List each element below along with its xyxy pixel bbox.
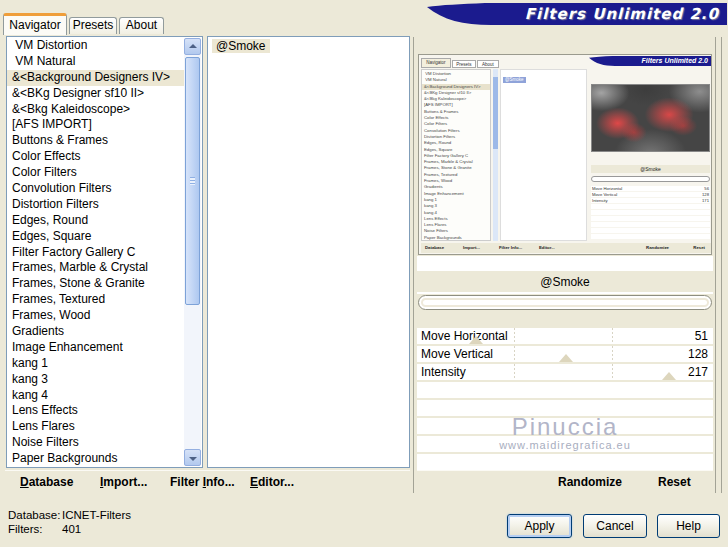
slider-row[interactable]: Intensity217 xyxy=(417,364,713,380)
database-status-value: ICNET-Filters xyxy=(62,509,131,521)
tab-about-label: About xyxy=(126,18,157,32)
scroll-down-icon[interactable] xyxy=(184,449,201,466)
mini-bottom-bar: Database Import... Filter Info... Editor… xyxy=(421,243,711,253)
empty-row xyxy=(591,204,710,209)
database-button[interactable]: Database xyxy=(20,471,73,493)
category-item[interactable]: kang 1 xyxy=(7,356,184,372)
category-item[interactable]: Frames, Stone & Granite xyxy=(7,276,184,292)
category-item[interactable]: Distortion Filters xyxy=(7,197,184,213)
watermark-url: www.maidiregrafica.eu xyxy=(417,439,713,451)
category-item[interactable]: kang 4 xyxy=(7,388,184,404)
category-listbox[interactable]: VM Distortion VM Natural&<Background Des… xyxy=(6,36,203,468)
category-item[interactable]: Buttons & Frames xyxy=(7,133,184,149)
category-item[interactable]: Frames, Wood xyxy=(7,308,184,324)
category-item[interactable]: Image Enhancement xyxy=(7,340,184,356)
mini-menu-database: Database xyxy=(425,243,444,253)
category-item[interactable]: Paper Backgrounds xyxy=(7,451,184,467)
filters-count-label: Filters: xyxy=(8,523,43,535)
filter-name-bar: @Smoke xyxy=(417,272,713,292)
slider-row: Move Horizontal56 xyxy=(591,186,710,191)
mini-tab-about: About xyxy=(477,60,499,68)
empty-row xyxy=(591,210,710,215)
mini-category-list: VM Distortion VM Natural&<Background Des… xyxy=(421,69,491,241)
category-item[interactable]: Gradients xyxy=(7,324,184,340)
category-item[interactable]: Frames, Textured xyxy=(7,292,184,308)
slider-row[interactable]: Move Vertical128 xyxy=(417,346,713,362)
mini-banner-title: Filters Unlimited 2.0 xyxy=(641,56,708,66)
mini-menu-filter-info: Filter Info... xyxy=(499,243,522,253)
category-item[interactable]: Lens Flares xyxy=(7,419,184,435)
empty-row xyxy=(591,222,710,227)
slider-thumb-icon[interactable] xyxy=(662,372,676,380)
category-item[interactable]: &<Bkg Kaleidoscope> xyxy=(7,102,184,118)
mini-filter-name-bar: @Smoke xyxy=(591,165,710,173)
mini-menu-import: Import... xyxy=(463,243,480,253)
tab-presets-label: Presets xyxy=(73,18,114,32)
mini-filter-item-smoke: @Smoke xyxy=(503,77,526,83)
empty-row xyxy=(591,234,710,239)
tab-navigator[interactable]: Navigator xyxy=(3,13,67,35)
mini-tab-navigator: Navigator xyxy=(421,58,451,68)
category-item: Paper Backgrounds xyxy=(422,235,490,241)
empty-row xyxy=(591,216,710,221)
category-item[interactable]: Edges, Square xyxy=(7,229,184,245)
category-item[interactable]: Color Filters xyxy=(7,165,184,181)
mini-menu-editor: Editor... xyxy=(539,243,555,253)
filters-unlimited-dialog: { "window": { "banner_title": "Filters U… xyxy=(0,0,728,547)
mini-scrollbar xyxy=(493,69,498,241)
randomize-button[interactable]: Randomize xyxy=(558,471,622,493)
category-item[interactable]: Color Effects xyxy=(7,149,184,165)
filter-listbox[interactable]: @Smoke xyxy=(207,36,410,468)
vertical-divider xyxy=(413,37,414,493)
slider-row: Move Vertical128 xyxy=(591,192,710,197)
tab-about[interactable]: About xyxy=(119,17,164,34)
filter-info-button[interactable]: Filter Info... xyxy=(170,471,235,493)
mini-progress-bar xyxy=(591,176,710,182)
category-item[interactable]: Lens Effects xyxy=(7,403,184,419)
empty-row xyxy=(417,382,713,398)
mini-tab-presets: Presets xyxy=(452,60,476,68)
watermark-name: Pinuccia xyxy=(417,413,713,441)
category-item[interactable]: Filter Factory Gallery C xyxy=(7,245,184,261)
import-button[interactable]: Import... xyxy=(100,471,147,493)
cancel-button[interactable]: Cancel xyxy=(583,514,647,538)
editor-button[interactable]: Editor... xyxy=(250,471,294,493)
category-item[interactable]: VM Natural xyxy=(7,54,184,70)
progress-bar xyxy=(418,295,712,310)
mini-filter-list: @Smoke xyxy=(500,69,587,241)
banner-title: Filters Unlimited 2.0 xyxy=(525,3,719,25)
slider-thumb-icon[interactable] xyxy=(469,336,483,344)
category-item[interactable]: [AFS IMPORT] xyxy=(7,117,184,133)
tab-presets[interactable]: Presets xyxy=(69,17,117,34)
mini-reset-button: Reset xyxy=(693,243,705,253)
slider-row: Intensity171 xyxy=(591,198,710,203)
database-status-label: Database: xyxy=(8,509,60,521)
category-item[interactable]: Frames, Marble & Crystal xyxy=(7,260,184,276)
scrollbar-thumb[interactable] xyxy=(185,57,200,305)
help-button[interactable]: Help xyxy=(657,514,720,538)
scroll-up-icon[interactable] xyxy=(184,38,201,55)
preview-button-bar: Randomize Reset xyxy=(417,470,713,493)
category-item[interactable]: Convolution Filters xyxy=(7,181,184,197)
filter-item-smoke[interactable]: @Smoke xyxy=(212,39,270,53)
category-item[interactable]: Noise Filters xyxy=(7,435,184,451)
category-item[interactable]: Edges, Round xyxy=(7,213,184,229)
tab-navigator-label: Navigator xyxy=(9,18,60,32)
slider-thumb-icon[interactable] xyxy=(559,354,573,362)
category-scrollbar[interactable] xyxy=(184,38,201,466)
apply-button[interactable]: Apply xyxy=(507,514,572,538)
preview-thumbnail: Filters Unlimited 2.0 Navigator Presets … xyxy=(418,54,712,255)
mini-title-banner: Filters Unlimited 2.0 xyxy=(589,56,711,66)
slider-row[interactable]: Move Horizontal51 xyxy=(417,328,713,344)
empty-row xyxy=(591,228,710,233)
mini-randomize-button: Randomize xyxy=(646,243,669,253)
preview-panel: Filters Unlimited 2.0 Navigator Presets … xyxy=(417,37,713,493)
title-banner: Filters Unlimited 2.0 xyxy=(427,3,727,25)
category-list: VM Distortion VM Natural&<Background Des… xyxy=(7,38,184,467)
reset-button[interactable]: Reset xyxy=(658,471,691,493)
smoke-preview-image xyxy=(591,84,710,152)
category-item[interactable]: kang 3 xyxy=(7,372,184,388)
category-item[interactable]: &<Background Designers IV> xyxy=(7,70,184,86)
category-item[interactable]: VM Distortion xyxy=(7,38,184,54)
category-item[interactable]: &<BKg Designer sf10 II> xyxy=(7,86,184,102)
